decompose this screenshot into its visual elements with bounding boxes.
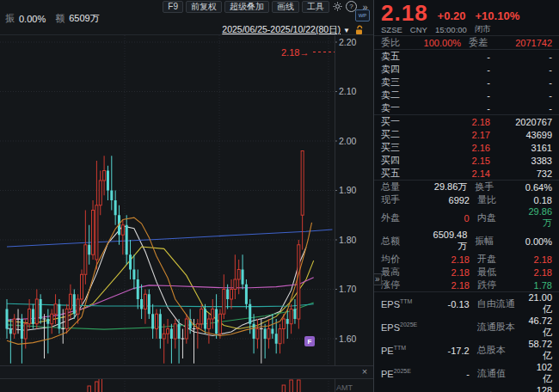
sell-row[interactable]: 卖二--	[374, 89, 559, 101]
stat-label: 换手	[475, 181, 525, 193]
level-label: 卖五	[381, 50, 428, 63]
fundamental-value: 58.72亿	[528, 339, 552, 362]
f-indicator-badge[interactable]: F	[304, 336, 315, 346]
pane-splitter[interactable]: ×	[0, 365, 373, 379]
level-volume: -	[490, 64, 552, 75]
amount-value: 6509万	[69, 12, 99, 25]
weicha-label: 委差	[469, 36, 515, 49]
buy-row[interactable]: 买三2.163161	[374, 141, 559, 154]
stat-value: 0.00%	[525, 236, 552, 247]
stat-value: 6992	[428, 195, 470, 205]
level-volume: 3383	[490, 156, 552, 166]
svg-text:1.70: 1.70	[339, 284, 357, 294]
stat-label: 最低	[477, 266, 529, 279]
stat-label: 总量	[381, 181, 427, 193]
fundamental-row: EPS2025E流通股本46.72亿	[374, 315, 559, 339]
market-status: 闭市	[475, 24, 491, 35]
sell-row[interactable]: 卖四--	[374, 63, 559, 76]
currency-label: CNY	[410, 25, 427, 34]
stat-value: 1.78	[529, 280, 552, 291]
amount-label: 额	[55, 12, 64, 25]
stat-value: 2.18	[428, 254, 470, 265]
date-range-link[interactable]: 2025/06/25-2025/10/22(80日)	[222, 24, 341, 36]
draw-line-button[interactable]: 画线	[272, 1, 299, 13]
current-price-marker: 2.18→	[281, 47, 309, 58]
level-volume: -	[490, 52, 552, 62]
stat-label: 量比	[477, 193, 529, 206]
level-price: 2.15	[428, 156, 490, 166]
kline-pane: 2.202.102.001.901.801.701.602.18→ F9 前复权…	[0, 0, 373, 392]
fundamental-row: PE2025E-流通值102亿	[374, 362, 559, 385]
level-price: -	[428, 103, 490, 113]
amplitude-label: 振	[5, 12, 15, 25]
fundamental-value: -17.2	[428, 346, 470, 356]
quote-time: 15:00:00	[435, 25, 467, 34]
level-volume: -	[490, 103, 552, 113]
level-volume: 2020767	[490, 117, 552, 127]
tools-button[interactable]: 工具	[302, 1, 329, 13]
stat-label: 跌停	[477, 279, 529, 291]
stat-label: 外盘	[381, 211, 428, 224]
buy-row[interactable]: 买五2.14732	[374, 167, 559, 180]
level-label: 买二	[381, 128, 428, 141]
sell-row[interactable]: 卖三--	[374, 76, 559, 89]
panel-expander-icon[interactable]: »	[374, 273, 382, 285]
fundamental-value: 128亿	[529, 385, 552, 392]
buy-row[interactable]: 买二2.1743699	[374, 128, 559, 141]
stat-label: 振幅	[475, 235, 525, 248]
super-overlay-button[interactable]: 超级叠加	[224, 1, 269, 13]
fundamentals-section: EPSTTM-0.13自由流通21.00亿EPS2025E流通股本46.72亿P…	[374, 291, 559, 392]
amplitude-value: 0.00%	[19, 14, 46, 24]
fundamental-label: 流通值	[477, 367, 529, 380]
wp-monitor-icon[interactable]: WP	[355, 9, 370, 21]
f9-button[interactable]: F9	[163, 1, 183, 13]
amplitude-amount-bar: 振 0.00% 额 6509万	[5, 12, 100, 25]
level-label: 卖四	[381, 63, 428, 76]
buy-row[interactable]: 买一2.182020767	[374, 115, 559, 128]
stat-label: 最高	[381, 266, 428, 279]
fundamental-value: 46.72亿	[528, 315, 552, 339]
stat-row: 涨停2.18跌停1.78	[374, 279, 559, 291]
sell-row[interactable]: 卖一--	[374, 101, 559, 114]
fundamental-value: -	[428, 369, 470, 379]
weibi-label: 委比	[381, 36, 424, 49]
level-price: 2.14	[428, 168, 490, 179]
level-price: -	[428, 90, 490, 101]
stat-row: 最高2.18最低2.18	[374, 266, 559, 279]
close-icon[interactable]: ×	[359, 367, 370, 377]
stat-label: 现手	[381, 193, 428, 206]
date-range-bar: 2025/06/25-2025/10/22(80日) ▼	[222, 24, 365, 36]
level-label: 卖三	[381, 76, 428, 89]
level-label: 买一	[381, 115, 428, 128]
last-price: 2.18	[381, 2, 428, 24]
weibi-row: 委比 100.00% 委差 2071742	[374, 36, 559, 49]
buy-row[interactable]: 买四2.153383	[374, 154, 559, 167]
exchange-label: SZSE	[381, 25, 402, 34]
volume-bars	[88, 378, 300, 392]
stat-row: 均价2.18开盘2.18	[374, 253, 559, 266]
svg-text:1.60: 1.60	[339, 334, 357, 344]
stat-value: 2.18	[428, 267, 470, 278]
stat-row: 总量29.86万换手0.64%	[374, 181, 559, 193]
gear-icon[interactable]	[332, 2, 343, 11]
kline-chart[interactable]: 2.202.102.001.901.801.701.602.18→	[0, 0, 373, 392]
stat-value: 29.86万	[528, 206, 552, 230]
price-change: +0.20	[438, 8, 466, 24]
svg-text:2.10: 2.10	[339, 86, 357, 96]
level-label: 卖一	[381, 101, 428, 114]
fundamental-label: 自由流通	[477, 297, 529, 310]
fundamental-row: PBLF2.67总市值¹(¥)128亿	[374, 385, 559, 392]
chevron-down-icon[interactable]: ▼	[343, 27, 350, 34]
forward-adjust-button[interactable]: 前复权	[186, 1, 222, 13]
sell-row[interactable]: 卖五--	[374, 50, 559, 63]
stat-row: 外盘0内盘29.86万	[374, 206, 559, 230]
stat-value: 2.18	[529, 254, 552, 265]
ma-teal	[7, 303, 314, 306]
unlock-icon[interactable]	[354, 25, 365, 35]
stat-row: 现手6992量比0.18	[374, 193, 559, 206]
fundamental-label: 流通股本	[477, 321, 529, 334]
level-price: 2.17	[428, 130, 490, 140]
stats-section: 总量29.86万换手0.64%现手6992量比0.18外盘0内盘29.86万总额…	[374, 180, 559, 291]
buy-queue: 买一2.182020767买二2.1743699买三2.163161买四2.15…	[374, 114, 559, 180]
level-price: 2.16	[428, 143, 490, 153]
